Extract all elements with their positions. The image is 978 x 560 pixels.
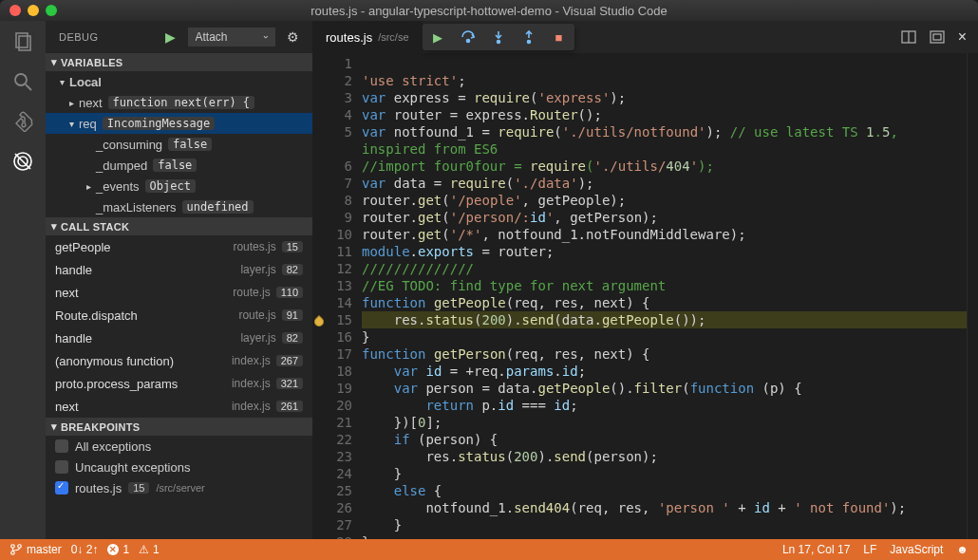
variables-section-header[interactable]: ▾VARIABLES <box>46 53 312 71</box>
svg-point-16 <box>11 545 15 549</box>
bp-file[interactable]: routes.js15/src/server <box>46 477 312 498</box>
step-over-icon[interactable] <box>461 29 476 45</box>
callstack-row[interactable]: nextindex.js261 <box>46 395 312 418</box>
variable-row[interactable]: _dumpedfalse <box>46 155 312 176</box>
gear-icon[interactable]: ⚙ <box>287 29 300 45</box>
tab-path: /src/se <box>378 31 408 43</box>
tab-routes[interactable]: routes.js /src/se <box>312 21 423 53</box>
checkbox-icon[interactable] <box>55 460 68 474</box>
editor-tabs: routes.js /src/se ▶ ■ × <box>312 21 978 53</box>
warnings-indicator[interactable]: ⚠ 1 <box>139 543 160 556</box>
git-icon[interactable] <box>11 110 34 133</box>
status-bar: master 0↓ 2↑ ✕1 ⚠ 1 Ln 17, Col 17 LF Jav… <box>0 539 978 560</box>
svg-point-7 <box>466 40 469 43</box>
split-editor-icon[interactable] <box>901 29 916 45</box>
callstack-label: CALL STACK <box>61 221 129 233</box>
window-minimize[interactable] <box>28 5 39 16</box>
cursor-position[interactable]: Ln 17, Col 17 <box>782 543 850 556</box>
git-sync[interactable]: 0↓ 2↑ <box>71 543 99 556</box>
svg-point-2 <box>15 74 27 85</box>
title-bar: routes.js - angular-typescript-hottowel-… <box>0 0 978 21</box>
callstack-row[interactable]: Route.dispatchroute.js91 <box>46 304 312 327</box>
breakpoints-section-header[interactable]: ▾BREAKPOINTS <box>46 418 312 436</box>
debug-sidebar: DEBUG ▶ Attach ⚙ ▾VARIABLES ▾Local ▸next… <box>46 21 312 539</box>
variable-row[interactable]: _maxListenersundefined <box>46 196 312 217</box>
editor-area: routes.js /src/se ▶ ■ × 1234567891011121… <box>312 21 978 539</box>
editor-actions: × <box>890 21 978 53</box>
step-out-icon[interactable] <box>521 29 536 45</box>
svg-rect-15 <box>933 34 941 40</box>
code-content[interactable]: 'use strict';var express = require('expr… <box>362 53 967 539</box>
git-branch[interactable]: master <box>9 543 62 556</box>
step-into-icon[interactable] <box>491 29 506 45</box>
svg-line-3 <box>26 84 31 90</box>
scrollbar[interactable] <box>967 53 978 539</box>
bp-uncaught-exceptions[interactable]: Uncaught exceptions <box>46 457 312 477</box>
feedback-icon[interactable]: ☻ <box>956 543 969 556</box>
svg-rect-14 <box>931 31 944 43</box>
variables-label: VARIABLES <box>61 57 122 68</box>
svg-point-17 <box>11 551 15 555</box>
errors-indicator[interactable]: ✕1 <box>107 543 129 556</box>
bp-all-exceptions[interactable]: All exceptions <box>46 436 312 457</box>
window-close[interactable] <box>9 5 21 16</box>
more-icon[interactable] <box>930 29 945 45</box>
debug-icon[interactable] <box>11 150 34 173</box>
breakpoints-label: BREAKPOINTS <box>61 421 140 433</box>
breakpoints-list: All exceptions Uncaught exceptions route… <box>46 436 312 498</box>
svg-point-11 <box>527 41 530 44</box>
window-maximize[interactable] <box>46 5 57 16</box>
code-editor[interactable]: 1234567891011121314151617181920212223242… <box>312 53 978 539</box>
callstack-row[interactable]: getPeopleroutes.js15 <box>46 235 312 258</box>
variable-row[interactable]: ▸nextfunction next(err) { <box>46 92 312 113</box>
debug-header: DEBUG ▶ Attach ⚙ <box>46 21 312 53</box>
stop-icon[interactable]: ■ <box>552 29 567 45</box>
explorer-icon[interactable] <box>11 30 34 53</box>
line-numbers: 1234567891011121314151617181920212223242… <box>329 53 362 539</box>
callstack-row[interactable]: nextroute.js110 <box>46 281 312 304</box>
callstack-row[interactable]: handlelayer.js82 <box>46 258 312 281</box>
callstack-row[interactable]: (anonymous function)index.js267 <box>46 349 312 372</box>
eol-indicator[interactable]: LF <box>863 543 876 556</box>
callstack-row[interactable]: handlelayer.js82 <box>46 327 312 349</box>
tab-label: routes.js <box>326 30 372 45</box>
scope-local[interactable]: ▾Local <box>46 71 312 92</box>
callstack-section-header[interactable]: ▾CALL STACK <box>46 217 312 235</box>
svg-point-18 <box>18 545 22 549</box>
callstack-list: getPeopleroutes.js15handlelayer.js82next… <box>46 235 312 418</box>
svg-point-9 <box>497 41 499 44</box>
traffic-lights <box>0 5 57 16</box>
variable-row[interactable]: _consumingfalse <box>46 134 312 155</box>
activity-bar <box>0 21 46 539</box>
variable-row[interactable]: ▸_eventsObject <box>46 176 312 196</box>
continue-icon[interactable]: ▶ <box>430 29 445 45</box>
breakpoint-gutter[interactable] <box>312 53 329 539</box>
debug-config-select[interactable]: Attach <box>188 28 275 47</box>
checkbox-icon[interactable] <box>55 481 68 495</box>
debug-toolbar: ▶ ■ <box>423 24 574 50</box>
window-title: routes.js - angular-typescript-hottowel-… <box>0 4 978 18</box>
callstack-row[interactable]: proto.process_paramsindex.js321 <box>46 372 312 395</box>
variables-tree: ▾Local ▸nextfunction next(err) {▾reqInco… <box>46 71 312 217</box>
start-debug-icon[interactable]: ▶ <box>165 29 177 45</box>
debug-label: DEBUG <box>59 31 154 43</box>
language-mode[interactable]: JavaScript <box>890 543 943 556</box>
search-icon[interactable] <box>11 70 34 93</box>
variable-row[interactable]: ▾reqIncomingMessage <box>46 113 312 134</box>
close-icon[interactable]: × <box>958 28 967 46</box>
checkbox-icon[interactable] <box>55 439 68 453</box>
